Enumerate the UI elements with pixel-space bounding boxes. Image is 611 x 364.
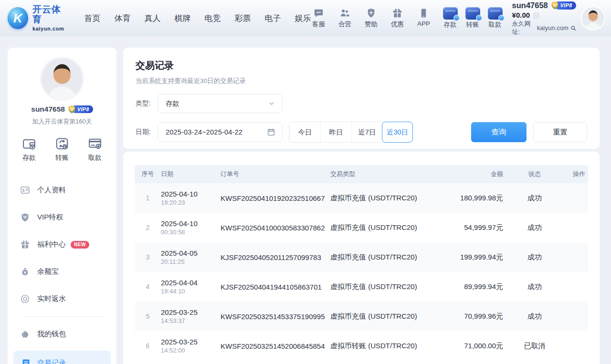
brand-name: 开云体育 <box>32 5 68 25</box>
row-transaction-type: 虚拟币充值 (USDT/TRC20) <box>330 272 433 302</box>
row-time: 14:52:00 <box>161 347 221 354</box>
wallet-icon <box>22 136 36 151</box>
quick-range-group: 今日昨日近7日近30日 <box>289 122 413 143</box>
nav-item[interactable]: 真人 <box>145 13 161 24</box>
gift-icon <box>392 8 403 19</box>
col-type: 交易类型 <box>330 165 433 183</box>
utility-group: 客服 合营 赞助 优惠 APP <box>311 8 432 29</box>
sidebar-item-my-wallet[interactable]: 我的钱包 <box>20 321 104 348</box>
sponsor-button[interactable]: 赞助 <box>364 8 379 29</box>
vip-privilege-icon <box>20 212 30 222</box>
gift-icon <box>20 239 30 250</box>
nav-item[interactable]: 娱乐 <box>295 13 311 24</box>
quick-range-button[interactable]: 近7日 <box>351 122 382 142</box>
table-header-row: 序号 日期 订单号 交易类型 金额 状态 操作 <box>135 165 588 183</box>
reset-button[interactable]: 重置 <box>533 122 587 142</box>
chat-icon <box>313 8 324 19</box>
deposit-button[interactable]: 存款 <box>443 7 458 29</box>
filter-panel: 交易记录 当前系统支持查询最近30日的交易记录 类型: 存款 日期: 2025-… <box>123 48 600 149</box>
sidebar-menu: 个人资料 VIP特权 福利中心 NEW 余额宝 实时返水 <box>8 177 116 312</box>
row-date: 2025-04-05 <box>161 249 221 257</box>
divider <box>20 316 104 317</box>
nav-item[interactable]: 彩票 <box>235 13 251 24</box>
avatar-image <box>42 58 83 99</box>
sidebar-item-vip[interactable]: VIP特权 <box>20 204 104 231</box>
transfer-quick-button[interactable]: 转账 <box>55 136 69 162</box>
site-url-label: 永久网址: <box>512 20 535 36</box>
new-badge: NEW <box>71 241 89 249</box>
transfer-button[interactable]: 转账 <box>465 7 480 29</box>
site-logo[interactable]: K 开云体育 kaiyun.com <box>8 5 68 31</box>
row-action <box>563 302 588 331</box>
sidebar-item-welfare[interactable]: 福利中心 NEW <box>20 231 104 258</box>
rebate-disc-icon <box>20 294 30 304</box>
nav-item[interactable]: 电子 <box>265 13 281 24</box>
profile-avatar[interactable] <box>42 58 83 99</box>
promotions-button[interactable]: 优惠 <box>390 8 405 29</box>
sidebar-quick-actions: 存款 转账 取款 <box>8 136 116 162</box>
search-icon[interactable] <box>570 25 576 31</box>
row-action <box>563 183 588 213</box>
main-nav: 首页体育真人棋牌电竞彩票电子娱乐 <box>84 13 311 24</box>
sidebar-item-rebate[interactable]: 实时返水 <box>20 285 104 312</box>
profile-username: sun47658 <box>31 105 65 114</box>
quick-range-button[interactable]: 今日 <box>289 122 320 142</box>
table-row: 6 2025-03-25 14:52:00 KWSF20250325145200… <box>135 331 588 361</box>
row-status: 成功 <box>506 302 563 331</box>
money-pot-icon <box>20 267 30 277</box>
nav-item[interactable]: 电竞 <box>205 13 221 24</box>
row-transaction-type: 虚拟币转账 (USDT/TRC20) <box>330 331 433 361</box>
sidebar: sun47658 VIP8 加入开云体育第160天 存款 转账 取款 个人资料 … <box>8 48 116 364</box>
wallet-group: 存款 转账 取款 <box>443 7 503 29</box>
row-time: 19:44:10 <box>161 288 221 295</box>
row-status: 成功 <box>506 213 563 242</box>
row-date: 2025-04-04 <box>161 279 221 287</box>
row-amount: 180,999.98元 <box>433 183 506 213</box>
balance: ¥0.00 <box>512 11 530 20</box>
row-index: 6 <box>135 331 161 361</box>
quick-range-button[interactable]: 近30日 <box>382 122 413 143</box>
type-select[interactable]: 存款 <box>158 94 283 113</box>
partners-button[interactable]: 合营 <box>337 8 353 29</box>
id-card-icon <box>20 185 30 195</box>
customer-service-button[interactable]: 客服 <box>311 8 327 29</box>
nav-item[interactable]: 体育 <box>115 13 131 24</box>
bank-card-icon <box>88 136 102 151</box>
partners-icon <box>339 8 350 19</box>
deposit-quick-button[interactable]: 存款 <box>22 136 36 162</box>
row-action <box>563 213 588 242</box>
row-amount: 71,000.00元 <box>433 331 506 361</box>
row-index: 3 <box>135 242 161 272</box>
sidebar-item-yuebao[interactable]: 余额宝 <box>20 258 104 285</box>
search-button[interactable]: 查询 <box>471 122 527 142</box>
row-status: 成功 <box>506 183 563 213</box>
sidebar-item-profile[interactable]: 个人资料 <box>20 177 104 204</box>
date-range-input[interactable]: 2025-03-24~2025-04-22 <box>158 122 283 142</box>
withdraw-icon <box>488 7 503 20</box>
row-status: 成功 <box>506 242 563 272</box>
table-row: 3 2025-04-05 20:11:25 KJSF20250405201125… <box>135 242 588 272</box>
sidebar-item-transactions[interactable]: 交易记录 <box>13 351 111 364</box>
row-order-number: KWSF202503251453375190995 <box>221 302 330 331</box>
chevron-down-icon <box>268 100 275 107</box>
row-action <box>563 331 588 361</box>
quick-range-button[interactable]: 昨日 <box>320 122 351 142</box>
refresh-balance-icon[interactable] <box>533 12 540 19</box>
table-row: 4 2025-04-04 19:44:10 KJSF20250404194410… <box>135 272 588 302</box>
transactions-panel: 序号 日期 订单号 交易类型 金额 状态 操作 1 2025-04-10 19:… <box>123 152 600 364</box>
withdraw-quick-button[interactable]: 取款 <box>88 136 102 162</box>
withdraw-button[interactable]: 取款 <box>488 7 503 29</box>
row-transaction-type: 虚拟币充值 (USDT/TRC20) <box>330 302 433 331</box>
nav-item[interactable]: 首页 <box>84 13 101 24</box>
user-avatar[interactable] <box>582 7 604 30</box>
row-date: 2025-03-25 <box>161 308 221 316</box>
sidebar-wallet-menu: 我的钱包 <box>8 321 116 348</box>
nav-item[interactable]: 棋牌 <box>175 13 191 24</box>
col-action: 操作 <box>563 165 588 183</box>
col-order: 订单号 <box>221 165 330 183</box>
page-subtitle: 当前系统支持查询最近30日的交易记录 <box>136 77 587 85</box>
col-amount: 金额 <box>433 165 506 183</box>
table-row: 5 2025-03-25 14:53:37 KWSF20250325145337… <box>135 302 588 331</box>
app-download-button[interactable]: APP <box>416 8 432 29</box>
transaction-list-icon <box>21 358 31 364</box>
